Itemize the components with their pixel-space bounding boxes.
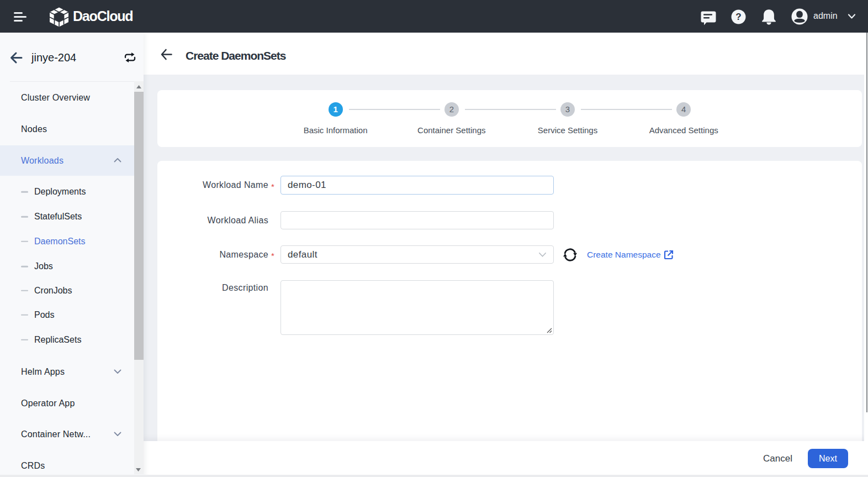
svg-text:?: ?: [735, 12, 741, 22]
